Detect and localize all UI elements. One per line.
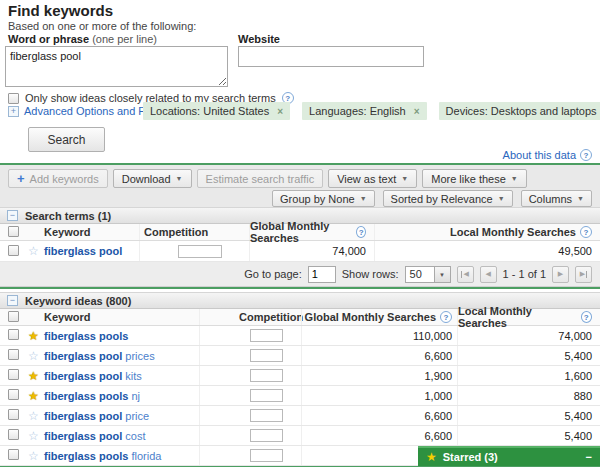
show-rows-label: Show rows: bbox=[342, 268, 399, 280]
competition-bar bbox=[250, 369, 283, 382]
star-icon[interactable]: ☆ bbox=[28, 409, 39, 423]
keyword-link[interactable]: fiberglass pools nj bbox=[44, 390, 140, 402]
chevron-down-icon[interactable]: ▼ bbox=[435, 266, 451, 283]
select-all-checkbox[interactable] bbox=[8, 311, 19, 322]
collapse-minus-icon[interactable]: − bbox=[7, 210, 18, 221]
keyword-link[interactable]: fiberglass pools florida bbox=[44, 450, 161, 462]
find-keywords-form: Find keywords Based on one or more of th… bbox=[0, 0, 600, 163]
star-icon[interactable]: ★ bbox=[28, 389, 39, 403]
filter-pill-languages: Languages: English × bbox=[302, 102, 426, 120]
competition-column-header[interactable]: Competition bbox=[199, 309, 301, 325]
collapse-minus-icon[interactable]: − bbox=[7, 295, 18, 306]
first-page-button[interactable]: ◀ bbox=[457, 266, 474, 283]
help-icon[interactable]: ? bbox=[356, 226, 366, 238]
competition-column-header[interactable]: Competition bbox=[139, 224, 249, 240]
star-icon[interactable]: ☆ bbox=[28, 244, 39, 258]
word-or-phrase-label: Word or phrase (one per line) bbox=[8, 33, 157, 45]
estimate-search-traffic-button[interactable]: Estimate search traffic bbox=[197, 169, 324, 188]
help-icon[interactable]: ? bbox=[440, 311, 452, 323]
plus-icon: + bbox=[17, 174, 25, 184]
chevron-down-icon: ▼ bbox=[511, 175, 518, 182]
website-input[interactable] bbox=[238, 46, 424, 67]
row-checkbox[interactable] bbox=[8, 389, 19, 400]
keyword-link[interactable]: fiberglass pool cost bbox=[44, 430, 145, 442]
global-searches-value: 6,600 bbox=[301, 406, 457, 425]
star-icon: ★ bbox=[426, 450, 437, 464]
remove-filter-icon[interactable]: × bbox=[414, 106, 420, 117]
page-number-input[interactable] bbox=[308, 266, 336, 283]
row-checkbox[interactable] bbox=[8, 449, 19, 460]
keyword-row: ☆ fiberglass pool cost 6,600 5,400 bbox=[0, 426, 600, 446]
filter-pill-devices: Devices: Desktops and laptops bbox=[439, 102, 600, 120]
search-button[interactable]: Search bbox=[28, 127, 105, 152]
global-searches-column-header[interactable]: Global Monthly Searches ? bbox=[249, 224, 374, 240]
keyword-link[interactable]: fiberglass pool prices bbox=[44, 350, 155, 362]
chevron-down-icon: ▼ bbox=[176, 175, 183, 182]
keyword-tool-page: Find keywords Based on one or more of th… bbox=[0, 0, 600, 467]
local-searches-column-header[interactable]: Local Monthly Searches ? bbox=[457, 309, 600, 325]
star-icon[interactable]: ☆ bbox=[28, 429, 39, 443]
star-icon[interactable]: ☆ bbox=[28, 449, 39, 463]
global-searches-value: 74,000 bbox=[249, 241, 374, 261]
keyword-column-header[interactable]: Keyword bbox=[44, 311, 199, 323]
remove-filter-icon[interactable]: × bbox=[277, 106, 283, 117]
search-terms-column-headers: Keyword Competition Global Monthly Searc… bbox=[0, 224, 600, 241]
keyword-link[interactable]: fiberglass pool bbox=[44, 245, 122, 257]
more-like-these-button[interactable]: More like these ▼ bbox=[422, 169, 527, 188]
add-keywords-button[interactable]: + Add keywords bbox=[8, 169, 108, 188]
help-icon[interactable]: ? bbox=[580, 226, 592, 238]
starred-panel-label: Starred (3) bbox=[443, 451, 498, 463]
competition-bar bbox=[250, 349, 283, 362]
row-checkbox[interactable] bbox=[8, 329, 19, 340]
columns-button[interactable]: Columns ▼ bbox=[521, 190, 592, 207]
starred-panel[interactable]: ★ Starred (3) − bbox=[418, 446, 600, 466]
minimize-icon[interactable]: − bbox=[586, 451, 592, 463]
help-icon[interactable]: ? bbox=[580, 149, 592, 161]
page-range-label: 1 - 1 of 1 bbox=[503, 268, 546, 280]
competition-bar bbox=[250, 389, 283, 402]
show-rows-select[interactable]: 50 ▼ bbox=[405, 266, 451, 283]
expand-plus-icon[interactable]: + bbox=[8, 106, 19, 117]
chevron-down-icon: ▼ bbox=[577, 195, 584, 202]
keyword-link[interactable]: fiberglass pool kits bbox=[44, 370, 142, 382]
keyword-row: ☆ fiberglass pool price 6,600 5,400 bbox=[0, 406, 600, 426]
competition-bar bbox=[178, 245, 222, 258]
select-all-checkbox[interactable] bbox=[8, 226, 19, 237]
word-or-phrase-input[interactable]: fiberglass pool bbox=[5, 46, 228, 87]
row-checkbox[interactable] bbox=[8, 369, 19, 380]
page-title: Find keywords bbox=[8, 2, 113, 19]
row-checkbox[interactable] bbox=[8, 349, 19, 360]
search-term-row: ☆ fiberglass pool 74,000 49,500 bbox=[0, 241, 600, 262]
keyword-column-header[interactable]: Keyword bbox=[44, 226, 139, 238]
search-terms-section: − Search terms (1) Keyword Competition G… bbox=[0, 207, 600, 287]
sorted-by-button[interactable]: Sorted by Relevance ▼ bbox=[383, 190, 513, 207]
related-checkbox[interactable] bbox=[8, 93, 19, 104]
local-searches-value: 5,400 bbox=[457, 406, 600, 425]
keyword-link[interactable]: fiberglass pools bbox=[44, 330, 128, 342]
view-as-text-button[interactable]: View as text ▼ bbox=[328, 169, 417, 188]
keyword-row: ☆ fiberglass pool prices 6,600 5,400 bbox=[0, 346, 600, 366]
active-filters: Locations: United States × Languages: En… bbox=[143, 102, 600, 120]
star-icon[interactable]: ★ bbox=[28, 329, 39, 343]
local-searches-value: 880 bbox=[457, 386, 600, 405]
filter-pill-locations: Locations: United States × bbox=[143, 102, 290, 120]
group-by-button[interactable]: Group by None ▼ bbox=[272, 190, 375, 207]
star-icon[interactable]: ★ bbox=[28, 369, 39, 383]
keyword-row: ★ fiberglass pools nj 1,000 880 bbox=[0, 386, 600, 406]
download-button[interactable]: Download ▼ bbox=[113, 169, 192, 188]
row-checkbox[interactable] bbox=[8, 429, 19, 440]
local-searches-value: 5,400 bbox=[457, 346, 600, 365]
row-checkbox[interactable] bbox=[8, 245, 19, 256]
next-page-button[interactable]: ▶ bbox=[552, 266, 569, 283]
local-searches-column-header[interactable]: Local Monthly Searches ? bbox=[374, 224, 600, 240]
last-page-button[interactable]: ▶ bbox=[575, 266, 592, 283]
global-searches-value: 6,600 bbox=[301, 346, 457, 365]
star-icon[interactable]: ☆ bbox=[28, 349, 39, 363]
about-this-data-link[interactable]: About this data bbox=[503, 149, 576, 161]
prev-page-button[interactable]: ◀ bbox=[480, 266, 497, 283]
row-checkbox[interactable] bbox=[8, 409, 19, 420]
global-searches-value: 6,600 bbox=[301, 426, 457, 445]
global-searches-column-header[interactable]: Global Monthly Searches ? bbox=[301, 309, 457, 325]
help-icon[interactable]: ? bbox=[581, 311, 592, 323]
keyword-link[interactable]: fiberglass pool price bbox=[44, 410, 149, 422]
